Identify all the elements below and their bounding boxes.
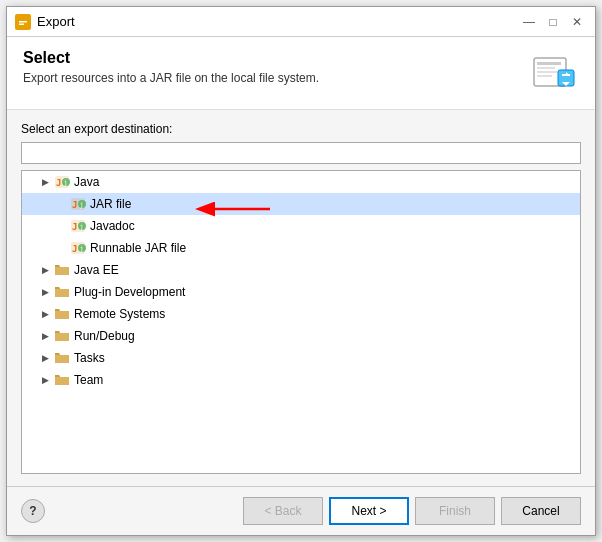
page-title: Select <box>23 49 519 67</box>
export-window: Export — □ ✕ Select Export resources int… <box>6 6 596 536</box>
tree-item-tasks[interactable]: ▶ Tasks <box>22 347 580 369</box>
folder-icon <box>54 262 70 278</box>
tree-arrow: ▶ <box>38 263 52 277</box>
tree-arrow: ▶ <box>38 175 52 189</box>
tree-item-label: Java <box>74 175 99 189</box>
tree-arrow <box>54 241 68 255</box>
tree-item-label: Runnable JAR file <box>90 241 186 255</box>
tree-item-label: Java EE <box>74 263 119 277</box>
folder-icon <box>54 372 70 388</box>
tree-container[interactable]: ▶ J j Java J j JAR file J j Javadoc J j <box>21 170 581 474</box>
tree-arrow: ▶ <box>38 285 52 299</box>
tree-item-label: Team <box>74 373 103 387</box>
window-title: Export <box>37 14 75 29</box>
folder-icon <box>54 284 70 300</box>
tree-arrow: ▶ <box>38 373 52 387</box>
tree-item-label: JAR file <box>90 197 131 211</box>
tree-arrow <box>54 197 68 211</box>
folder-icon <box>54 306 70 322</box>
folder-icon <box>54 328 70 344</box>
svg-rect-2 <box>19 23 24 25</box>
next-button[interactable]: Next > <box>329 497 409 525</box>
header-description: Export resources into a JAR file on the … <box>23 71 519 85</box>
content-area: Select Export resources into a JAR file … <box>7 37 595 535</box>
finish-button[interactable]: Finish <box>415 497 495 525</box>
tree-item-label: Run/Debug <box>74 329 135 343</box>
tree-item-plugin-dev[interactable]: ▶ Plug-in Development <box>22 281 580 303</box>
java-icon: J j <box>70 240 86 256</box>
tree-item-runnable-jar[interactable]: J j Runnable JAR file <box>22 237 580 259</box>
tree-arrow: ▶ <box>38 329 52 343</box>
java-icon: J j <box>54 174 70 190</box>
button-bar: ? < Back Next > Finish Cancel <box>7 486 595 535</box>
header-section: Select Export resources into a JAR file … <box>7 37 595 110</box>
minimize-button[interactable]: — <box>519 12 539 32</box>
tree-item-label: Plug-in Development <box>74 285 185 299</box>
svg-rect-7 <box>537 75 552 77</box>
tree-item-team[interactable]: ▶ Team <box>22 369 580 391</box>
header-text: Select Export resources into a JAR file … <box>23 49 519 85</box>
svg-rect-1 <box>19 21 27 23</box>
tree-item-jar-file[interactable]: J j JAR file <box>22 193 580 215</box>
window-icon <box>15 14 31 30</box>
svg-text:j: j <box>80 245 84 253</box>
tree-arrow: ▶ <box>38 351 52 365</box>
filter-label: Select an export destination: <box>21 122 581 136</box>
svg-rect-5 <box>537 67 555 69</box>
close-button[interactable]: ✕ <box>567 12 587 32</box>
tree-item-java[interactable]: ▶ J j Java <box>22 171 580 193</box>
svg-text:J: J <box>72 244 77 254</box>
help-area: ? <box>21 499 45 523</box>
svg-text:j: j <box>64 179 68 187</box>
cancel-button[interactable]: Cancel <box>501 497 581 525</box>
help-button[interactable]: ? <box>21 499 45 523</box>
svg-text:j: j <box>80 201 84 209</box>
tree-item-javadoc[interactable]: J j Javadoc <box>22 215 580 237</box>
window-controls: — □ ✕ <box>519 12 587 32</box>
svg-text:j: j <box>80 223 84 231</box>
tree-arrow <box>54 219 68 233</box>
svg-text:J: J <box>72 222 77 232</box>
nav-buttons: < Back Next > Finish Cancel <box>243 497 581 525</box>
svg-text:J: J <box>56 178 61 188</box>
svg-rect-6 <box>537 71 557 73</box>
tree-item-run-debug[interactable]: ▶ Run/Debug <box>22 325 580 347</box>
title-bar-left: Export <box>15 14 75 30</box>
back-button[interactable]: < Back <box>243 497 323 525</box>
tree-arrow: ▶ <box>38 307 52 321</box>
main-section: Select an export destination: ▶ J j Java… <box>7 110 595 486</box>
title-bar: Export — □ ✕ <box>7 7 595 37</box>
java-icon: J j <box>70 196 86 212</box>
svg-rect-4 <box>537 62 561 65</box>
tree-item-label: Javadoc <box>90 219 135 233</box>
svg-text:J: J <box>72 200 77 210</box>
tree-item-java-ee[interactable]: ▶ Java EE <box>22 259 580 281</box>
tree-item-label: Remote Systems <box>74 307 165 321</box>
java-icon: J j <box>70 218 86 234</box>
svg-rect-10 <box>562 74 570 76</box>
folder-icon <box>54 350 70 366</box>
tree-item-label: Tasks <box>74 351 105 365</box>
filter-input[interactable] <box>21 142 581 164</box>
export-icon <box>531 49 579 97</box>
tree-item-remote-systems[interactable]: ▶ Remote Systems <box>22 303 580 325</box>
maximize-button[interactable]: □ <box>543 12 563 32</box>
